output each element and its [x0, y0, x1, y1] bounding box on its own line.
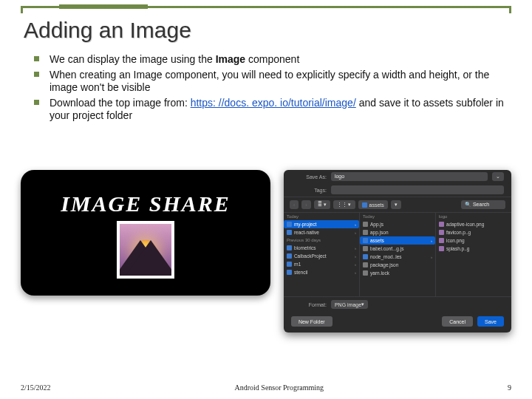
- file-name: react-native: [294, 230, 319, 235]
- folder-icon: [287, 245, 292, 250]
- file-icon: [363, 270, 368, 276]
- chevron-right-icon: ›: [355, 262, 356, 267]
- file-name: assets: [370, 238, 384, 243]
- tutorial-link[interactable]: https: //docs. expo. io/tutorial/image/: [191, 97, 356, 109]
- nav-back-button[interactable]: ‹: [290, 200, 299, 209]
- file-name: app.json: [370, 230, 389, 235]
- saveas-label: Save As:: [291, 174, 327, 180]
- file-name: biometrics: [294, 245, 316, 250]
- tags-label: Tags:: [291, 188, 327, 193]
- search-input[interactable]: 🔍 Search: [461, 200, 505, 209]
- file-item[interactable]: icon.png: [436, 236, 511, 245]
- file-icon: [363, 262, 368, 267]
- bullet-text: component: [245, 53, 299, 65]
- file-item[interactable]: assets›: [360, 236, 435, 245]
- view-list-button[interactable]: ≣ ▾: [314, 200, 330, 209]
- cancel-button[interactable]: Cancel: [442, 316, 473, 327]
- file-name: stencil: [294, 270, 307, 275]
- image-icon: [439, 238, 444, 243]
- column-2: Today App.js app.json assets› babel.conf…: [360, 213, 436, 296]
- chevron-right-icon: ›: [355, 231, 356, 235]
- file-item[interactable]: babel.conf...g.js: [360, 245, 435, 253]
- folder-icon: [287, 222, 292, 227]
- chevron-right-icon: ›: [355, 270, 356, 275]
- column-head: logo: [436, 213, 511, 220]
- chevron-right-icon: ›: [431, 239, 432, 243]
- bullet-icon: [34, 100, 39, 105]
- file-name: adaptive-icon.png: [446, 222, 484, 227]
- tags-input[interactable]: [331, 185, 504, 194]
- save-button[interactable]: Save: [477, 316, 504, 327]
- view-grid-button[interactable]: ⋮⋮ ▾: [333, 200, 355, 209]
- image-icon: [439, 222, 444, 227]
- folder-icon: [362, 202, 367, 208]
- file-name: my-project: [294, 222, 316, 227]
- bullet-item: Download the top image from: https: //do…: [34, 97, 508, 123]
- file-item[interactable]: react-native›: [284, 228, 359, 236]
- format-value: PNG image: [335, 302, 361, 307]
- imageshare-card: IMAGE SHARE: [21, 170, 270, 296]
- saveas-input[interactable]: logo: [331, 172, 488, 181]
- folder-icon: [287, 230, 292, 235]
- file-item[interactable]: node_mod..les›: [360, 253, 435, 261]
- images-row: IMAGE SHARE Save As: logo ⌄ Tags: ‹ › ≣ …: [21, 170, 511, 332]
- image-icon: [439, 246, 444, 251]
- file-item[interactable]: rn1›: [284, 260, 359, 268]
- file-name: node_mod..les: [370, 254, 402, 259]
- bullet-icon: [34, 56, 39, 61]
- folder-dropdown-label: assets: [369, 202, 384, 208]
- file-item[interactable]: stencil›: [284, 268, 359, 276]
- file-name: favicon.p..g: [446, 230, 471, 235]
- slide: Adding an Image We can display the image…: [21, 15, 511, 389]
- expand-button[interactable]: ⌄: [492, 172, 504, 181]
- file-item[interactable]: splash.p..g: [436, 245, 511, 253]
- chevron-right-icon: ›: [355, 222, 356, 227]
- file-name: icon.png: [446, 238, 465, 243]
- footer: 2/15/2022 Android Sensor Programming 9: [21, 383, 511, 392]
- format-label: Format:: [291, 302, 327, 307]
- column-head: Today: [284, 213, 359, 220]
- column-3: logo adaptive-icon.png favicon.p..g icon…: [436, 213, 511, 296]
- nav-forward-button[interactable]: ›: [301, 200, 310, 209]
- file-name: package.json: [370, 262, 398, 267]
- file-item[interactable]: favicon.p..g: [436, 228, 511, 236]
- file-item[interactable]: CalbackProject›: [284, 252, 359, 260]
- chevron-right-icon: ›: [431, 255, 432, 259]
- bullet-text: Download the top image from:: [50, 97, 191, 109]
- bullet-icon: [34, 72, 39, 77]
- chevron-right-icon: ›: [355, 246, 356, 250]
- column-1: Today my-project› react-native› Previous…: [284, 213, 360, 296]
- logo-image: [117, 221, 174, 279]
- footer-page: 9: [508, 383, 511, 392]
- folder-icon: [363, 238, 368, 243]
- page-title: Adding an Image: [24, 18, 511, 43]
- format-dropdown[interactable]: PNG image ▾: [331, 300, 368, 309]
- file-browser: Today my-project› react-native› Previous…: [284, 213, 511, 297]
- file-item[interactable]: biometrics›: [284, 244, 359, 252]
- file-icon: [363, 246, 368, 251]
- file-item[interactable]: adaptive-icon.png: [436, 220, 511, 228]
- footer-date: 2/15/2022: [21, 383, 51, 392]
- column-head: Today: [360, 213, 435, 220]
- file-name: splash.p..g: [446, 246, 469, 251]
- newfolder-button[interactable]: New Folder: [291, 316, 332, 327]
- file-name: babel.conf...g.js: [370, 246, 404, 251]
- folder-icon: [287, 253, 292, 259]
- file-item[interactable]: yarn.lock: [360, 269, 435, 277]
- file-icon: [363, 230, 368, 235]
- file-item[interactable]: my-project›: [284, 220, 359, 228]
- save-dialog: Save As: logo ⌄ Tags: ‹ › ≣ ▾ ⋮⋮ ▾ asset…: [284, 170, 511, 332]
- folder-icon: [363, 254, 368, 259]
- bullet-item: We can display the image using the Image…: [34, 53, 508, 66]
- file-item[interactable]: App.js: [360, 220, 435, 228]
- file-name: yarn.lock: [370, 270, 389, 276]
- file-item[interactable]: app.json: [360, 228, 435, 236]
- folder-dropdown[interactable]: assets: [358, 200, 388, 209]
- file-item[interactable]: package.json: [360, 261, 435, 269]
- updown-button[interactable]: ▾: [391, 200, 401, 209]
- file-name: App.js: [370, 222, 383, 227]
- bullet-text: When creating an Image component, you wi…: [50, 69, 508, 95]
- top-accent: [59, 4, 148, 9]
- bullet-bold: Image: [216, 53, 245, 65]
- file-name: rn1: [294, 262, 301, 267]
